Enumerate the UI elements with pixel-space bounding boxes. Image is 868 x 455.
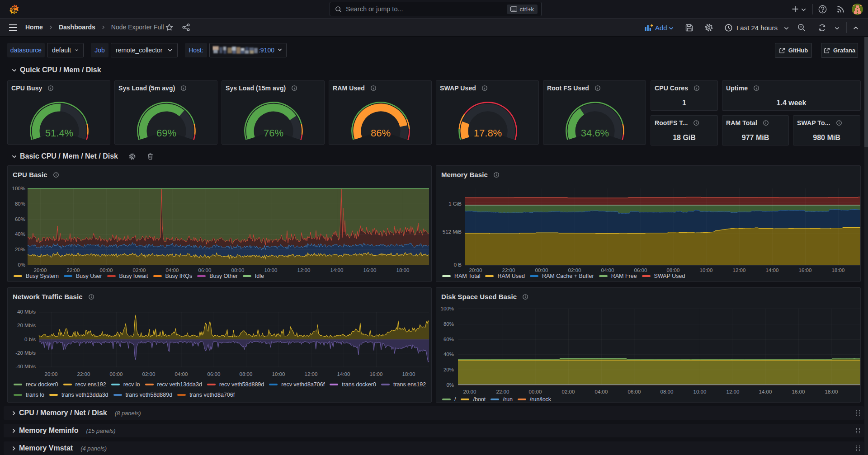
svg-text:69%: 69% — [156, 127, 176, 139]
svg-text:34.6%: 34.6% — [581, 127, 609, 139]
svg-text:76%: 76% — [264, 127, 283, 139]
svg-text:51.4%: 51.4% — [45, 127, 73, 139]
svg-text:86%: 86% — [371, 127, 391, 139]
svg-text:17.8%: 17.8% — [474, 127, 502, 139]
